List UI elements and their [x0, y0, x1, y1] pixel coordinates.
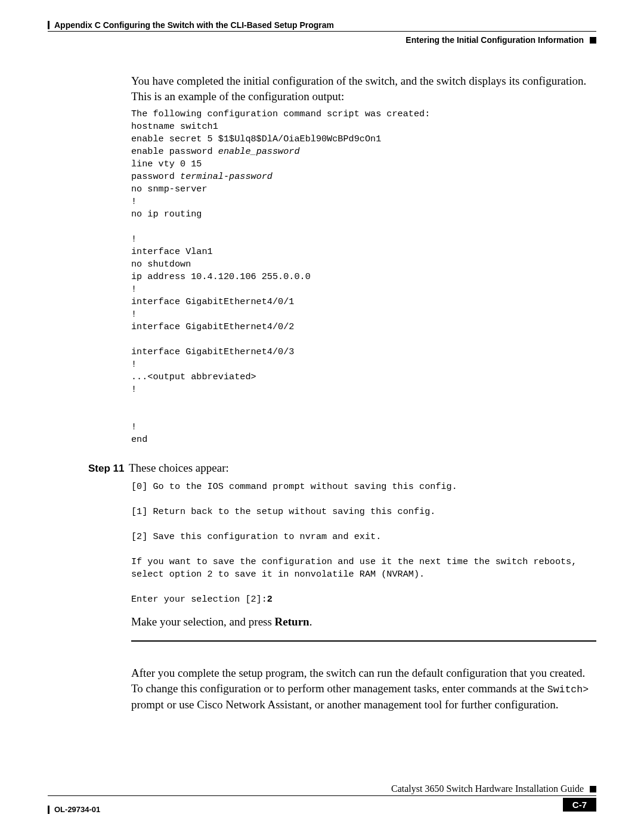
after-text-2: prompt or use Cisco Network Assistant, o…	[131, 698, 559, 711]
page-number: C-7	[563, 798, 596, 812]
step-11-return-bold: Return	[275, 615, 309, 628]
step-11-instruction: Make your selection, and press Return.	[131, 614, 596, 630]
header-square-icon	[590, 37, 596, 44]
footer-square-icon	[590, 786, 596, 792]
header-top-row: Appendix C Configuring the Switch with t…	[48, 20, 596, 30]
config-text-3: no snmp-server ! no ip routing ! interfa…	[131, 184, 311, 444]
after-paragraph: After you complete the setup program, th…	[131, 665, 596, 713]
page-footer: Catalyst 3650 Switch Hardware Installati…	[48, 784, 596, 814]
header-section-row: Entering the Initial Configuration Infor…	[48, 35, 596, 45]
step-11-pre: [0] Go to the IOS command prompt without…	[131, 481, 582, 605]
step-11-body-1: Make your selection, and press	[131, 615, 275, 628]
footer-vbar-icon	[48, 806, 49, 814]
step-11-body-2: .	[309, 615, 312, 628]
config-output-block: The following configuration command scri…	[131, 108, 596, 445]
step-end-rule	[131, 640, 596, 642]
header-chapter: Appendix C Configuring the Switch with t…	[54, 20, 334, 30]
step-11-selection-bold: 2	[267, 594, 273, 605]
config-italic-1: enable_password	[218, 146, 300, 157]
after-text-1: After you complete the setup program, th…	[131, 667, 585, 695]
step-11-text: These choices appear:	[129, 460, 229, 476]
footer-doc-number: OL-29734-01	[54, 805, 100, 814]
intro-paragraph: You have completed the initial configura…	[131, 73, 596, 104]
step-11-choices-block: [0] Go to the IOS command prompt without…	[131, 481, 596, 606]
config-italic-2: terminal-password	[180, 171, 273, 182]
footer-guide-title: Catalyst 3650 Switch Hardware Installati…	[391, 784, 584, 794]
header-section-title: Entering the Initial Configuration Infor…	[405, 35, 584, 45]
header-rule-line	[48, 31, 596, 32]
switch-prompt-mono: Switch>	[547, 684, 589, 695]
step-11-label: Step 11	[88, 463, 129, 475]
header-vbar-icon	[48, 21, 49, 29]
footer-rule-line	[48, 795, 596, 796]
